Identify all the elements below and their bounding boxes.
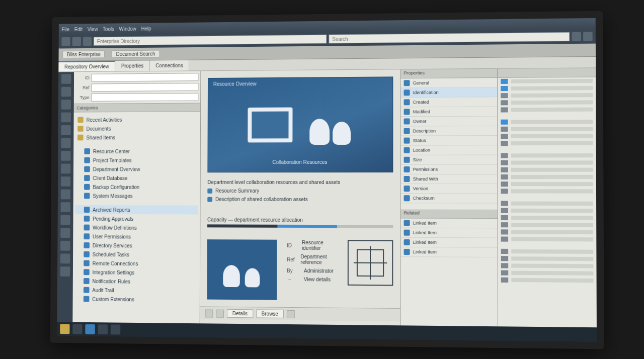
list-item[interactable] (498, 188, 596, 195)
property-row[interactable]: Status (400, 136, 497, 146)
rail-trash-icon[interactable] (60, 253, 70, 263)
refresh-icon[interactable] (83, 37, 92, 46)
start-icon[interactable] (60, 324, 69, 334)
property-row[interactable]: Shared With (400, 174, 497, 184)
nav-item[interactable]: Documents (75, 124, 198, 133)
list-item[interactable] (498, 248, 597, 255)
rail-chart-icon[interactable] (61, 125, 70, 135)
menu-file[interactable]: File (62, 27, 70, 32)
property-row[interactable]: Location (400, 145, 497, 155)
list-item[interactable] (498, 118, 596, 126)
settings-icon[interactable] (583, 32, 593, 41)
filter-ref-input[interactable] (92, 83, 199, 92)
menu-tools[interactable]: Tools (103, 26, 114, 32)
nav-item[interactable]: Scheduled Tasks (75, 250, 198, 259)
list-item[interactable] (498, 125, 596, 133)
rail-clock-icon[interactable] (61, 176, 70, 187)
nav-item[interactable]: User Permissions (75, 232, 198, 241)
task-icon[interactable] (72, 324, 82, 334)
property-row[interactable]: Version (400, 184, 497, 194)
list-item[interactable] (498, 152, 596, 159)
nav-item[interactable]: Backup Configuration (75, 183, 198, 192)
nav-item[interactable]: Custom Extensions (74, 294, 198, 304)
list-item[interactable] (498, 173, 596, 181)
nav-item[interactable]: Remote Connections (75, 258, 198, 268)
list-item[interactable] (498, 262, 597, 270)
rail-link-icon[interactable] (61, 164, 70, 174)
list-item[interactable] (498, 140, 596, 147)
nav-item[interactable]: Shared Items (75, 133, 198, 142)
list-item[interactable] (498, 159, 596, 166)
rail-folder-icon[interactable] (61, 87, 71, 97)
rail-gear-icon[interactable] (61, 151, 70, 161)
list-item[interactable] (498, 77, 596, 85)
list-item[interactable] (498, 99, 596, 106)
nav-item[interactable]: Integration Settings (75, 267, 198, 277)
related-row[interactable]: Linked Item (400, 228, 497, 238)
rail-users-icon[interactable] (61, 113, 71, 123)
rail-print-icon[interactable] (61, 202, 70, 212)
rail-home-icon[interactable] (61, 74, 71, 84)
property-row[interactable]: Checksum (400, 194, 497, 203)
filter-type-input[interactable] (91, 93, 198, 102)
tab-connections[interactable]: Connections (150, 60, 190, 71)
view-mode-icon[interactable] (216, 309, 224, 317)
nav-item[interactable]: System Messages (75, 192, 198, 201)
filter-id-input[interactable] (92, 73, 199, 81)
property-row[interactable]: Modified (400, 107, 497, 117)
tab-properties[interactable]: Properties (115, 60, 150, 71)
task-icon[interactable] (85, 324, 95, 334)
list-item[interactable] (498, 277, 597, 285)
search-input[interactable] (329, 32, 570, 44)
nav-item[interactable]: Notification Rules (75, 277, 198, 287)
menu-window[interactable]: Window (119, 26, 136, 31)
list-item[interactable] (498, 200, 596, 207)
details-button[interactable]: Details (227, 309, 253, 318)
thumbnail-card[interactable] (207, 239, 277, 300)
nav-item[interactable]: Pending Approvals (75, 214, 198, 223)
related-row[interactable]: Linked Item (400, 247, 497, 257)
property-row[interactable]: Permissions (400, 165, 497, 174)
property-row[interactable]: Created (400, 97, 497, 107)
schema-card[interactable] (348, 240, 393, 286)
list-item[interactable] (498, 255, 597, 262)
rail-plus-icon[interactable] (60, 266, 70, 277)
list-item[interactable] (498, 181, 596, 188)
user-icon[interactable] (572, 32, 581, 41)
task-icon[interactable] (111, 324, 121, 334)
back-icon[interactable] (61, 37, 70, 46)
view-mode-icon[interactable] (205, 309, 213, 317)
nav-item[interactable]: Project Templates (75, 155, 198, 164)
menu-edit[interactable]: Edit (74, 27, 83, 32)
nav-item[interactable]: Archived Reports (75, 205, 198, 214)
list-item[interactable] (498, 92, 596, 99)
list-item[interactable] (498, 132, 596, 140)
list-item[interactable] (498, 269, 597, 277)
property-row[interactable]: Description (400, 126, 497, 136)
nav-item[interactable]: Audit Trail (75, 286, 198, 296)
rail-lock-icon[interactable] (60, 215, 70, 225)
related-row[interactable]: Linked Item (400, 218, 497, 228)
nav-item[interactable]: Resource Center (75, 147, 198, 156)
rail-flag-icon[interactable] (60, 228, 70, 238)
property-row[interactable]: Owner (400, 117, 497, 127)
related-row[interactable]: Linked Item (400, 238, 497, 248)
forward-icon[interactable] (72, 37, 81, 46)
task-icon[interactable] (98, 324, 108, 334)
rail-db-icon[interactable] (61, 138, 70, 148)
list-item[interactable] (498, 106, 596, 113)
rail-search-icon[interactable] (61, 100, 71, 110)
property-row[interactable]: Identification (400, 87, 497, 98)
browse-button[interactable]: Browse (256, 309, 284, 318)
meta-val[interactable]: View details (304, 277, 331, 282)
list-item[interactable] (498, 84, 596, 92)
toolbar-icon[interactable] (287, 310, 295, 318)
rail-mail-icon[interactable] (61, 190, 70, 200)
list-item[interactable] (498, 207, 596, 215)
menu-view[interactable]: View (88, 26, 98, 32)
address-input[interactable] (94, 35, 327, 46)
nav-item[interactable]: Client Database (75, 173, 198, 183)
list-item[interactable] (498, 221, 597, 229)
tab-overview[interactable]: Repository Overview (58, 61, 115, 71)
property-row[interactable]: Size (400, 155, 497, 164)
